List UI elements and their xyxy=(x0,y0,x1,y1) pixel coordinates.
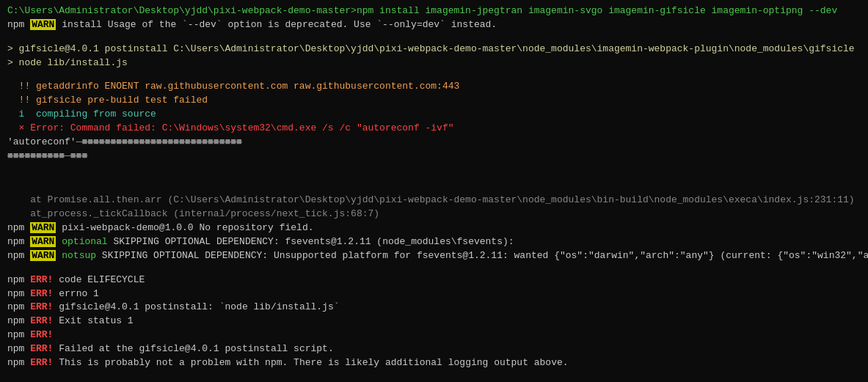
terminal-line: npm WARN install Usage of the `--dev` op… xyxy=(7,18,861,32)
stack-trace: at_process._tickCallback (internal/proce… xyxy=(7,208,379,219)
terminal-line: ■■■■■■■■■■ ■■■ xyxy=(7,150,861,164)
autoreconf-label: 'autoreconf' xyxy=(7,136,76,147)
postinstall-text: > node lib/install.js xyxy=(7,57,128,68)
err-badge: ERR! xyxy=(30,315,53,326)
err-badge: ERR! xyxy=(30,301,53,312)
err-message: errno 1 xyxy=(53,288,98,299)
strikethrough-content: ■■■■■■■■■■■■■■■■■■■■■■■■■■■■ xyxy=(76,136,242,147)
warn-opt-type: notsup xyxy=(62,250,96,261)
warn-opt-message: SKIPPING OPTIONAL DEPENDENCY: Unsupporte… xyxy=(96,250,868,261)
npm-label: npm xyxy=(7,357,30,368)
postinstall-text: > gifsicle@4.0.1 postinstall C:\Users\Ad… xyxy=(7,43,855,54)
terminal-line: npm ERR! Exit status 1 xyxy=(7,315,861,328)
warn-badge: WARN xyxy=(30,222,56,233)
warn-badge: WARN xyxy=(30,19,56,30)
terminal-line: > gifsicle@4.0.1 postinstall C:\Users\Ad… xyxy=(7,43,861,56)
err-badge: ERR! xyxy=(30,329,53,340)
terminal-line: at Promise.all.then.arr (C:\Users\Admini… xyxy=(7,194,861,207)
blank-line xyxy=(7,173,861,183)
terminal-line: npm ERR! This is probably not a problem … xyxy=(7,356,861,370)
npm-label: npm xyxy=(7,343,30,354)
terminal-line: !! getaddrinfo ENOENT raw.githubusercont… xyxy=(7,80,861,94)
blank-line xyxy=(7,163,861,173)
npm-label: npm xyxy=(7,274,30,285)
terminal-line: npm ERR! code ELIFECYCLE xyxy=(7,273,861,287)
info-double-bang: !! getaddrinfo ENOENT raw.githubusercont… xyxy=(7,81,459,92)
strikethrough-line2: ■■■■■■■■■■ ■■■ xyxy=(7,150,87,161)
terminal-line: C:\Users\Administrator\Desktop\yjdd\pixi… xyxy=(7,4,861,18)
terminal: C:\Users\Administrator\Desktop\yjdd\pixi… xyxy=(7,4,861,382)
terminal-line: npm ERR! gifsicle@4.0.1 postinstall: `no… xyxy=(7,301,861,315)
npm-label: npm xyxy=(7,329,30,340)
terminal-line: at_process._tickCallback (internal/proce… xyxy=(7,207,861,221)
terminal-line: > node lib/install.js xyxy=(7,56,861,70)
warn-opt-message: SKIPPING OPTIONAL DEPENDENCY: fsevents@1… xyxy=(108,236,514,247)
err-message: code ELIFECYCLE xyxy=(53,274,145,285)
warn-badge: WARN xyxy=(30,250,56,261)
blank-line xyxy=(7,263,861,273)
npm-label: npm xyxy=(7,288,30,299)
info-i: i compiling from source xyxy=(7,109,156,120)
err-message: gifsicle@4.0.1 postinstall: `node lib/in… xyxy=(53,301,339,312)
terminal-line: 'autoreconf' ■■■■■■■■■■■■■■■■■■■■■■■■■■■… xyxy=(7,136,861,150)
terminal-line: npm ERR! xyxy=(7,328,861,342)
warn-badge: WARN xyxy=(30,236,56,247)
err-badge: ERR! xyxy=(30,357,53,368)
warn-message: install Usage of the `--dev` option is d… xyxy=(56,19,497,30)
prompt-text: C:\Users\Administrator\Desktop\yjdd\pixi… xyxy=(7,5,837,16)
err-message: Exit status 1 xyxy=(53,315,133,326)
npm-label: npm xyxy=(7,19,30,30)
npm-label: npm xyxy=(7,236,30,247)
terminal-line: !! gifsicle pre-build test failed xyxy=(7,94,861,108)
blank-line xyxy=(7,370,861,381)
err-badge: ERR! xyxy=(30,343,53,354)
terminal-line: npm WARN pixi-webpack-demo@1.0.0 No repo… xyxy=(7,221,861,235)
warn-opt-type: optional xyxy=(62,236,107,247)
err-message: This is probably not a problem with npm.… xyxy=(53,357,568,368)
error-x: × Error: Command failed: C:\Windows\syst… xyxy=(7,122,454,133)
blank-line xyxy=(7,70,861,80)
blank-line xyxy=(7,183,861,194)
npm-label: npm xyxy=(7,222,30,233)
stack-trace: at Promise.all.then.arr (C:\Users\Admini… xyxy=(7,194,855,205)
terminal-line: × Error: Command failed: C:\Windows\syst… xyxy=(7,122,861,136)
terminal-line: npm ERR! Failed at the gifsicle@4.0.1 po… xyxy=(7,342,861,356)
blank-line xyxy=(7,32,861,43)
terminal-line: npm WARN optional SKIPPING OPTIONAL DEPE… xyxy=(7,235,861,249)
npm-label: npm xyxy=(7,250,30,261)
terminal-line: npm WARN notsup SKIPPING OPTIONAL DEPEND… xyxy=(7,249,861,263)
err-badge: ERR! xyxy=(30,288,53,299)
info-double-bang: !! gifsicle pre-build test failed xyxy=(7,95,208,106)
terminal-line: i compiling from source xyxy=(7,108,861,122)
npm-label: npm xyxy=(7,315,30,326)
err-badge: ERR! xyxy=(30,274,53,285)
warn-message: pixi-webpack-demo@1.0.0 No repository fi… xyxy=(56,222,313,233)
npm-label: npm xyxy=(7,301,30,312)
err-message: Failed at the gifsicle@4.0.1 postinstall… xyxy=(53,343,333,354)
terminal-line: npm ERR! errno 1 xyxy=(7,287,861,301)
